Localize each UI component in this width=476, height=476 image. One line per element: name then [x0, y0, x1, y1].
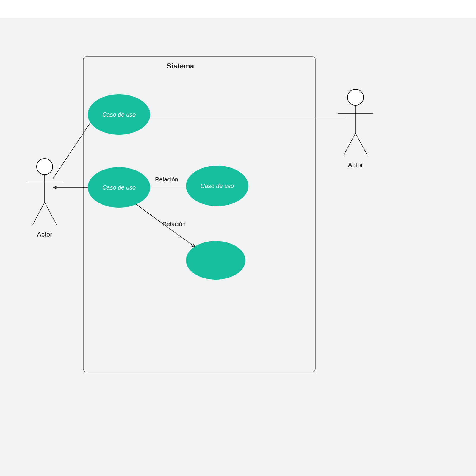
- actor-right-head-icon: [347, 89, 364, 105]
- actor-right-leg1-icon: [344, 133, 356, 155]
- relation-label-1: Relación: [155, 176, 178, 183]
- actor-left-head-icon: [37, 159, 53, 175]
- association-left-uc1[interactable]: [53, 119, 93, 178]
- actor-left-leg2-icon: [45, 202, 57, 225]
- diagram-canvas: Sistema Relación Relación Caso de uso Ca…: [0, 18, 476, 476]
- actor-right-label: Actor: [348, 161, 363, 169]
- usecase-4[interactable]: [186, 241, 245, 280]
- usecase-2-label: Caso de uso: [102, 184, 136, 191]
- relation-label-2: Relación: [162, 221, 186, 227]
- actor-left[interactable]: [27, 159, 62, 225]
- usecase-1-label: Caso de uso: [102, 111, 136, 118]
- actor-right-leg2-icon: [356, 133, 367, 155]
- system-title: Sistema: [167, 62, 194, 70]
- actor-right[interactable]: [338, 89, 373, 155]
- actor-left-leg1-icon: [33, 202, 45, 225]
- actor-left-label: Actor: [37, 231, 52, 238]
- usecase-3-label: Caso de uso: [201, 183, 234, 189]
